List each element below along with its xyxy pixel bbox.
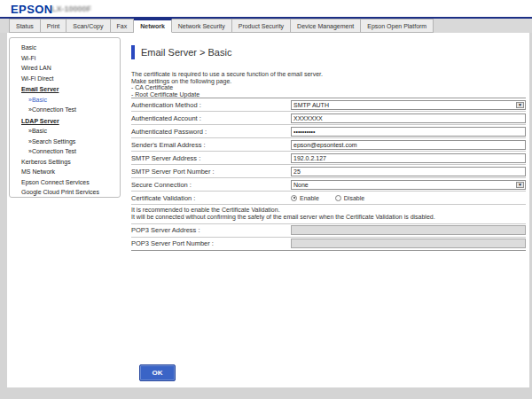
form-row-authenticated-account: Authenticated Account : (131, 112, 526, 125)
sidebar-item-label: Connection Test (32, 106, 76, 113)
select-value: SMTP AUTH (293, 102, 329, 108)
sidebar-item-google-cloud-print-services[interactable]: Google Cloud Print Services (10, 187, 120, 198)
page-footer-margin (0, 387, 532, 399)
form-row-pop3-server-address: POP3 Server Address : (131, 224, 526, 238)
sidebar-item-ms-network[interactable]: MS Network (10, 167, 120, 177)
certificate-validation-note: It is recommended to enable the Certific… (131, 205, 526, 224)
main-content: Email Server > Basic The certificate is … (131, 37, 526, 251)
form-row-senders-email-address: Sender's Email Address : (131, 138, 526, 152)
tab-print[interactable]: Print (41, 19, 66, 33)
tab-fax[interactable]: Fax (111, 19, 135, 33)
form-row-certificate-validation: Certificate Validation : Enable Disable (131, 192, 526, 205)
pop3-server-port-number-input (291, 239, 526, 248)
certificate-validation-enable-option[interactable]: Enable (291, 195, 319, 201)
epson-logo: EPSON (11, 3, 53, 16)
sidebar-item-epson-connect-services[interactable]: Epson Connect Services (10, 177, 120, 188)
description-line: - CA Certificate (131, 84, 526, 91)
authenticated-account-input[interactable] (291, 113, 526, 123)
field-label: POP3 Server Address : (131, 226, 291, 234)
secure-connection-select[interactable]: None ▼ (291, 180, 526, 190)
tab-device-management[interactable]: Device Management (291, 19, 361, 33)
form-row-smtp-server-address: SMTP Server Address : (131, 152, 526, 165)
field-label: POP3 Server Port Number : (131, 239, 291, 247)
sidebar-item-wifi-direct[interactable]: Wi-Fi Direct (10, 74, 120, 84)
sidebar-item-basic[interactable]: Basic (10, 43, 120, 53)
sidebar-item-label: Basic (32, 97, 47, 103)
field-label: SMTP Server Address : (131, 154, 291, 162)
sidebar-item-wifi[interactable]: Wi-Fi (10, 53, 120, 64)
smtp-server-port-number-input[interactable] (291, 167, 526, 176)
chevron-down-icon[interactable]: ▼ (516, 182, 524, 188)
radio-button-icon[interactable] (291, 195, 297, 201)
tab-network-security[interactable]: Network Security (172, 19, 232, 33)
radio-label: Disable (344, 195, 364, 201)
pop3-server-address-input (291, 225, 526, 235)
field-label: Authentication Method : (131, 101, 291, 109)
form-row-authentication-method: Authentication Method : SMTP AUTH ▼ (131, 98, 526, 112)
sidebar-item-label: Connection Test (32, 148, 76, 154)
field-label: Certificate Validation : (131, 194, 291, 202)
field-label: Authenticated Password : (131, 128, 291, 136)
description-line: Make settings on the following page. (131, 78, 526, 85)
tab-network[interactable]: Network (134, 19, 172, 33)
authentication-method-select[interactable]: SMTP AUTH ▼ (291, 100, 526, 110)
field-label: Authenticated Account : (131, 114, 291, 122)
smtp-server-address-input[interactable] (291, 153, 526, 163)
page-left-margin (0, 33, 7, 399)
field-label: SMTP Server Port Number : (131, 168, 291, 176)
description-line: - Root Certificate Update (131, 91, 526, 98)
sidebar-section-ldap-server[interactable]: LDAP Server (10, 115, 120, 127)
radio-label: Enable (300, 195, 319, 201)
field-label: Secure Connection : (131, 181, 291, 189)
note-line: It will be connected without confirming … (131, 214, 526, 221)
ok-button[interactable]: OK (139, 364, 176, 381)
printer-model-label: LX-10000F (51, 4, 91, 13)
tab-status[interactable]: Status (9, 19, 41, 33)
tab-bar: Status Print Scan/Copy Fax Network Netwo… (0, 19, 532, 33)
authenticated-password-input[interactable] (291, 127, 526, 137)
sidebar-item-label: Basic (32, 128, 47, 134)
sidebar-nav: Basic Wi-Fi Wired LAN Wi-Fi Direct Email… (9, 37, 121, 198)
certificate-validation-radio-group: Enable Disable (291, 193, 526, 203)
form-row-authenticated-password: Authenticated Password : (131, 125, 526, 138)
page-title-row: Email Server > Basic (131, 44, 526, 60)
page-description: The certificate is required to use a sec… (131, 71, 526, 98)
sidebar-item-ldap-basic[interactable]: »Basic (10, 126, 120, 137)
form-row-smtp-server-port-number: SMTP Server Port Number : (131, 165, 526, 178)
sidebar-item-email-server-connection-test[interactable]: »Connection Test (10, 105, 120, 115)
tab-product-security[interactable]: Product Security (232, 19, 291, 33)
tab-scan-copy[interactable]: Scan/Copy (66, 19, 110, 33)
radio-button-icon[interactable] (335, 195, 341, 201)
sidebar-section-email-server[interactable]: Email Server (10, 83, 120, 95)
sidebar-item-ldap-search-settings[interactable]: »Search Settings (10, 137, 120, 147)
tab-epson-open-platform[interactable]: Epson Open Platform (361, 19, 434, 33)
senders-email-address-input[interactable] (291, 140, 526, 150)
form-row-pop3-server-port-number: POP3 Server Port Number : (131, 238, 526, 251)
page-title: Email Server > Basic (141, 47, 231, 58)
sidebar-item-label: Search Settings (32, 138, 75, 145)
sidebar-item-ldap-connection-test[interactable]: »Connection Test (10, 146, 120, 157)
description-line: The certificate is required to use a sec… (131, 71, 526, 78)
field-label: Sender's Email Address : (131, 141, 291, 149)
form-row-secure-connection: Secure Connection : None ▼ (131, 178, 526, 192)
email-server-form: Authentication Method : SMTP AUTH ▼ Auth… (131, 98, 526, 251)
select-value: None (293, 182, 309, 188)
title-accent-bar (131, 45, 135, 59)
certificate-validation-disable-option[interactable]: Disable (335, 195, 364, 201)
sidebar-item-kerberos-settings[interactable]: Kerberos Settings (10, 157, 120, 168)
sidebar-item-wired-lan[interactable]: Wired LAN (10, 63, 120, 74)
note-line: It is recommended to enable the Certific… (131, 207, 526, 214)
sidebar-item-email-server-basic[interactable]: »Basic (10, 95, 120, 106)
chevron-down-icon[interactable]: ▼ (516, 102, 524, 108)
